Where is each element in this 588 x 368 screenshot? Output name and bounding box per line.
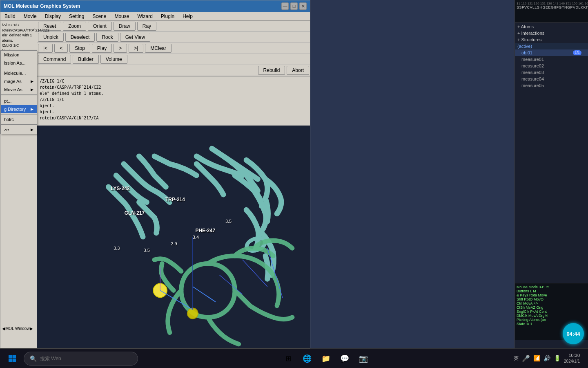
sequence-text: SSFVCVLLSHGEEGIIFGTNGPVDLKKITNFFRCDRCRSL…	[517, 5, 586, 9]
menu-wizard[interactable]: Wizard	[133, 12, 156, 20]
abort-button[interactable]: Abort	[287, 66, 309, 75]
menu-mouse[interactable]: Mouse	[110, 12, 133, 20]
mol-titlebar: MOL Molecular Graphics System — □ ✕	[0, 0, 310, 12]
builder-button[interactable]: Builder	[73, 55, 98, 64]
3d-viewport[interactable]: LYS-242 TRP-214 GLN-217 PHE-247 3.5 3.4 …	[37, 126, 310, 348]
sep4	[1, 114, 37, 114]
sep5	[1, 124, 37, 125]
toolbar-row3: |< < Stop Play > >| MClear	[37, 43, 310, 54]
taskview-button[interactable]: ⊞	[280, 350, 296, 367]
right-panel: 11 116 121 126 131 136 141 146 151 156 1…	[514, 0, 588, 348]
molecular-svg	[37, 126, 310, 348]
sep3	[1, 96, 37, 96]
edge-browser[interactable]: 🌐	[299, 350, 315, 367]
skip-start-button[interactable]: |<	[38, 44, 53, 53]
rock-button[interactable]: Rock	[96, 33, 118, 42]
menu-scene[interactable]: Scene	[88, 12, 110, 20]
minimize-button[interactable]: —	[281, 2, 289, 10]
toolbar-row5: Rebuild Abort	[37, 65, 310, 76]
taskbar-search[interactable]: 🔍	[24, 352, 138, 366]
rebuild-button[interactable]: Rebuild	[258, 66, 285, 75]
interactions-header[interactable]: + Interactions	[515, 30, 588, 36]
menu-mission-as[interactable]: ission As...	[1, 59, 37, 67]
svg-rect-13	[9, 359, 12, 362]
menu-display[interactable]: Display	[41, 12, 65, 20]
mol-window-title: MOL Molecular Graphics System	[4, 3, 80, 9]
orient-button[interactable]: Orient	[88, 22, 112, 31]
menu-movie[interactable]: Movie	[20, 12, 41, 20]
ray-button[interactable]: Ray	[137, 22, 156, 31]
window-controls: — □ ✕	[281, 2, 307, 10]
mol-window: MOL Molecular Graphics System — □ ✕ Buil…	[0, 0, 310, 348]
zoom-button[interactable]: Zoom	[63, 22, 86, 31]
objects-panel: + Atoms + Interactions + Structures (act…	[515, 22, 588, 283]
mol-console: /Z/LIG 1/C rotein/CASP/A/TRP`214/CZ2 ele…	[0, 21, 37, 348]
deselect-button[interactable]: Deselect	[65, 33, 95, 42]
volume-icon: 🔊	[543, 355, 550, 361]
menu-image-as[interactable]: mage As ▶	[1, 77, 37, 85]
svg-rect-11	[9, 355, 12, 359]
mol-toolbar: Reset Zoom Orient Draw Ray Unpick Desele…	[37, 21, 310, 76]
dropdown-menu: Mission ission As... Molecule... mage As…	[0, 50, 37, 134]
mol-content: /Z/LIG 1/C rotein/CASP/A/TRP`214/CZ2 ele…	[0, 21, 310, 348]
camera-app[interactable]: 📷	[355, 350, 372, 367]
stop-button[interactable]: Stop	[69, 44, 90, 53]
menu-ze[interactable]: ze ▶	[1, 126, 37, 134]
atoms-header[interactable]: + Atoms	[515, 23, 588, 30]
sequence-numbers: 11 116 121 126 131 136 141 146 151 156 1…	[517, 2, 586, 5]
sequence-panel: 11 116 121 126 131 136 141 146 151 156 1…	[515, 0, 588, 22]
menu-movie-as[interactable]: Movie As ▶	[1, 85, 37, 94]
maximize-button[interactable]: □	[290, 2, 298, 10]
skip-end-button[interactable]: >|	[129, 44, 143, 53]
measure03-item[interactable]: measure03	[515, 69, 588, 76]
toolbar-row2: Unpick Deselect Rock Get View	[37, 32, 310, 43]
mol-main: Reset Zoom Orient Draw Ray Unpick Desele…	[37, 21, 310, 348]
measure01-item[interactable]: measure01	[515, 56, 588, 63]
measure04-item[interactable]: measure04	[515, 76, 588, 82]
wechat-app[interactable]: 💬	[336, 350, 353, 367]
mclear-button[interactable]: MClear	[145, 44, 172, 53]
toolbar-row1: Reset Zoom Orient Draw Ray	[37, 21, 310, 32]
clock: 10:30 2024/1/1	[564, 352, 580, 364]
play-button[interactable]: Play	[92, 44, 112, 53]
sep1	[1, 68, 37, 68]
svg-rect-14	[13, 359, 16, 362]
timer-display: 04:44	[563, 323, 584, 344]
draw-button[interactable]: Draw	[114, 22, 136, 31]
menu-holrc[interactable]: holrc	[1, 115, 37, 123]
windows-icon	[8, 355, 16, 363]
menu-build[interactable]: Build	[0, 12, 20, 20]
menu-mission[interactable]: Mission	[1, 51, 37, 59]
obj01-badge: 1/1	[573, 50, 581, 55]
measure05-item[interactable]: measure05	[515, 82, 588, 89]
command-button[interactable]: Command	[38, 55, 71, 64]
search-input[interactable]	[40, 356, 132, 361]
sep2	[1, 94, 37, 95]
prev-button[interactable]: <	[54, 44, 68, 53]
keyboard-indicator: 英	[514, 355, 519, 362]
menu-help[interactable]: Help	[178, 12, 197, 20]
search-icon: 🔍	[30, 355, 37, 362]
mol-window-label[interactable]: ◀ MOL Window ▶	[0, 325, 37, 332]
close-button[interactable]: ✕	[299, 2, 307, 10]
menu-pt[interactable]: pt...	[1, 97, 37, 105]
svg-rect-12	[13, 355, 16, 359]
measure02-item[interactable]: measure02	[515, 63, 588, 69]
structures-header[interactable]: + Structures	[515, 36, 588, 43]
svg-point-3	[187, 308, 198, 319]
menu-plugin[interactable]: Plugin	[157, 12, 178, 20]
viewport: 11 116 121 126 131 136 141 146 151 156 1…	[0, 0, 588, 348]
get-view-button[interactable]: Get View	[120, 33, 150, 42]
volume-button[interactable]: Volume	[100, 55, 127, 64]
file-explorer[interactable]: 📁	[318, 350, 334, 367]
menu-directory[interactable]: g Directory ▶	[1, 105, 37, 113]
menubar: Build Movie Display Setting Scene Mouse …	[0, 12, 310, 21]
unpick-button[interactable]: Unpick	[38, 33, 64, 42]
menu-molecule[interactable]: Molecule...	[1, 69, 37, 77]
menu-setting[interactable]: Setting	[65, 12, 88, 20]
battery-icon: 🔋	[554, 355, 561, 361]
start-button[interactable]	[3, 351, 21, 366]
obj01-item[interactable]: obj01 1/1	[515, 49, 588, 56]
taskbar-right: 英 🎤 📶 🔊 🔋 10:30 2024/1/1	[514, 352, 585, 364]
next-button[interactable]: >	[114, 44, 127, 53]
